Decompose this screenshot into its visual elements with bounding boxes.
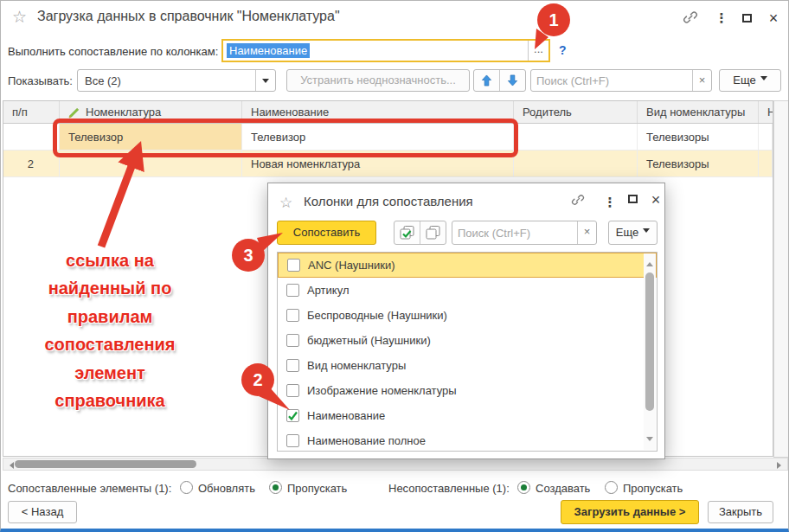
checkbox-unchecked[interactable] bbox=[287, 259, 300, 272]
show-filter-select[interactable]: Все (2) bbox=[77, 69, 276, 92]
close-button[interactable]: Закрыть bbox=[708, 501, 773, 523]
maximize-icon[interactable] bbox=[624, 190, 641, 206]
scroll-right-icon[interactable] bbox=[777, 462, 785, 469]
check-all-icon bbox=[398, 225, 415, 240]
radio-update[interactable] bbox=[180, 481, 193, 494]
uncheck-all-button[interactable] bbox=[420, 221, 446, 244]
window-title: Загрузка данных в справочник "Номенклату… bbox=[37, 9, 340, 24]
move-up-button[interactable] bbox=[474, 70, 500, 91]
close-icon[interactable]: × bbox=[647, 191, 664, 207]
close-icon[interactable]: × bbox=[764, 10, 783, 27]
move-down-button[interactable] bbox=[500, 70, 526, 91]
checkbox-unchecked[interactable] bbox=[286, 434, 299, 447]
back-button[interactable]: < Назад bbox=[8, 501, 77, 523]
dialog-search-field[interactable]: × bbox=[452, 221, 597, 245]
column-header-kind[interactable]: Вид номенклатуры bbox=[638, 101, 759, 123]
list-item[interactable]: бюджетный (Наушники) bbox=[278, 328, 657, 353]
list-item[interactable]: Беспроводные (Наушники) bbox=[278, 303, 657, 328]
table-search-input[interactable] bbox=[531, 74, 692, 87]
table-row[interactable]: 2 Новая номенклатура Телевизоры bbox=[3, 151, 773, 177]
checkbox-unchecked[interactable] bbox=[286, 309, 299, 322]
cell-num bbox=[3, 124, 60, 150]
scroll-down-icon[interactable] bbox=[646, 437, 653, 445]
list-item[interactable]: Наименование bbox=[278, 403, 657, 428]
cell-nomenclature[interactable] bbox=[60, 151, 242, 176]
checkbox-unchecked[interactable] bbox=[286, 284, 299, 297]
scrollbar-thumb[interactable] bbox=[15, 460, 196, 468]
list-item[interactable]: Изображение номенклатуры bbox=[278, 378, 657, 403]
cell-kind: Телевизоры bbox=[638, 151, 759, 176]
column-header-next[interactable]: Н bbox=[759, 101, 773, 123]
cell-kind: Телевизоры bbox=[638, 124, 759, 150]
arrow-up-icon bbox=[481, 74, 492, 87]
list-item[interactable]: Вид номенклатуры bbox=[278, 353, 657, 378]
cell-parent bbox=[514, 151, 638, 176]
column-header-num[interactable]: п/п bbox=[3, 101, 60, 123]
show-filter-value: Все (2) bbox=[85, 74, 121, 87]
maximize-icon[interactable] bbox=[737, 10, 756, 27]
menu-dots-icon[interactable]: ⋮ bbox=[712, 10, 731, 27]
table-header-row: п/п Номенклатура Наименование Родитель В… bbox=[3, 101, 773, 124]
cell-num: 2 bbox=[3, 151, 60, 176]
vertical-scrollbar[interactable] bbox=[773, 100, 789, 458]
table-search-field[interactable]: × bbox=[530, 69, 712, 92]
radio-create-label[interactable]: Создавать bbox=[536, 482, 590, 495]
radio-skip-unmatched[interactable] bbox=[605, 481, 618, 494]
columns-list: ANC (Наушники) Артикул Беспроводные (Нау… bbox=[277, 252, 658, 452]
load-data-button[interactable]: Загрузить данные > bbox=[561, 500, 699, 524]
cell-name: Новая номенклатура bbox=[242, 151, 514, 176]
column-header-name[interactable]: Наименование bbox=[242, 101, 514, 123]
checkbox-unchecked[interactable] bbox=[286, 334, 299, 347]
dialog-search-input[interactable] bbox=[452, 227, 577, 240]
check-all-button[interactable] bbox=[394, 221, 420, 244]
check-icon bbox=[287, 411, 298, 421]
annotation-badge-2: 2 bbox=[241, 363, 274, 396]
show-filter-dropdown-icon[interactable] bbox=[255, 70, 275, 91]
disambiguate-button[interactable]: Устранить неоднозначность... bbox=[286, 69, 470, 92]
horizontal-scrollbar[interactable] bbox=[3, 458, 788, 471]
scroll-left-icon[interactable] bbox=[6, 462, 14, 469]
checkbox-unchecked[interactable] bbox=[286, 359, 299, 372]
table-row[interactable]: Телевизор Телевизор Телевизоры bbox=[3, 124, 773, 151]
check-buttons bbox=[394, 221, 446, 245]
mapping-columns-value: Наименование bbox=[227, 43, 310, 58]
scroll-up-icon[interactable] bbox=[646, 259, 653, 266]
radio-create[interactable] bbox=[517, 481, 530, 494]
scrollbar-thumb[interactable] bbox=[645, 272, 654, 411]
radio-update-label[interactable]: Обновлять bbox=[198, 482, 255, 495]
title-bar: ☆ Загрузка данных в справочник "Номенкла… bbox=[1, 1, 788, 35]
help-link[interactable]: ? bbox=[559, 43, 567, 57]
cell-nomenclature-matched[interactable]: Телевизор bbox=[60, 124, 242, 150]
dialog-title: Колонки для сопоставления bbox=[304, 194, 473, 208]
annotation-badge-3: 3 bbox=[232, 239, 265, 272]
map-button[interactable]: Сопоставить bbox=[277, 221, 376, 245]
checkbox-unchecked[interactable] bbox=[286, 384, 299, 397]
list-item[interactable]: Артикул bbox=[278, 278, 657, 303]
list-item[interactable]: Наименование полное bbox=[278, 428, 657, 453]
favorite-star-icon[interactable]: ☆ bbox=[12, 9, 27, 26]
cell-name: Телевизор bbox=[242, 124, 514, 150]
radio-skip-unmatched-label[interactable]: Пропускать bbox=[623, 482, 683, 495]
move-buttons bbox=[473, 69, 526, 92]
columns-dialog: ☆ Колонки для сопоставления ⋮ × Сопостав… bbox=[267, 183, 665, 459]
menu-dots-icon[interactable]: ⋮ bbox=[601, 194, 619, 209]
more-button[interactable]: Еще bbox=[719, 69, 781, 92]
list-item[interactable]: ANC (Наушники) bbox=[278, 253, 657, 278]
link-icon[interactable] bbox=[681, 10, 700, 27]
mapping-columns-picker-button[interactable]: ... bbox=[528, 41, 548, 61]
mapping-columns-input[interactable]: Наименование ... bbox=[221, 39, 550, 62]
radio-skip-matched[interactable] bbox=[269, 481, 282, 494]
uncheck-all-icon bbox=[424, 225, 441, 240]
column-header-nomenclature[interactable]: Номенклатура bbox=[60, 101, 242, 123]
radio-skip-matched-label[interactable]: Пропускать bbox=[287, 482, 347, 495]
search-clear-icon[interactable]: × bbox=[577, 221, 596, 244]
favorite-star-icon[interactable]: ☆ bbox=[279, 194, 292, 212]
mapping-columns-label: Выполнить сопоставление по колонкам: bbox=[8, 45, 218, 58]
checkbox-checked[interactable] bbox=[286, 409, 299, 422]
search-clear-icon[interactable]: × bbox=[692, 70, 711, 91]
list-scrollbar[interactable] bbox=[644, 253, 656, 450]
app-window: ☆ Загрузка данных в справочник "Номенкла… bbox=[0, 0, 789, 532]
dialog-more-button[interactable]: Еще bbox=[608, 221, 658, 245]
link-icon[interactable] bbox=[569, 193, 587, 208]
column-header-parent[interactable]: Родитель bbox=[514, 101, 638, 123]
